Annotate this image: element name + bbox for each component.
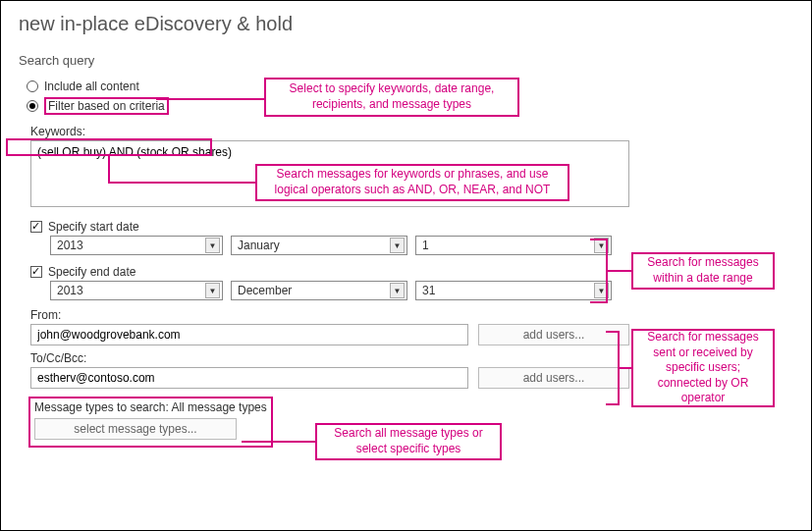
keywords-label: Keywords: xyxy=(30,125,811,138)
radio-icon xyxy=(27,80,38,92)
chevron-down-icon: ▼ xyxy=(205,238,220,253)
select-value: 31 xyxy=(422,284,435,297)
select-value: December xyxy=(238,284,292,297)
radio-label: Include all content xyxy=(44,80,139,93)
message-types-section: Message types to search: All message typ… xyxy=(28,397,273,448)
page-title: new in-place eDiscovery & hold xyxy=(1,1,811,35)
start-day-select[interactable]: 1 ▼ xyxy=(415,236,612,255)
callout-filter: Select to specify keywords, date range, … xyxy=(264,78,519,117)
checkbox-label: Specify start date xyxy=(48,220,139,234)
radio-label-highlighted: Filter based on criteria xyxy=(44,97,169,115)
chevron-down-icon: ▼ xyxy=(205,283,220,298)
start-month-select[interactable]: January ▼ xyxy=(231,236,407,255)
end-year-select[interactable]: 2013 ▼ xyxy=(50,281,223,300)
select-value: 1 xyxy=(422,239,429,252)
callout-date-range: Search for messages within a date range xyxy=(631,252,775,290)
to-input[interactable] xyxy=(30,367,468,389)
message-types-label: Message types to search: All message typ… xyxy=(34,400,267,414)
callout-users: Search for messages sent or received by … xyxy=(631,329,775,407)
select-value: 2013 xyxy=(57,284,83,297)
chevron-down-icon: ▼ xyxy=(390,238,405,253)
select-message-types-button[interactable]: select message types... xyxy=(34,418,237,440)
callout-message-types: Search all message types or select speci… xyxy=(315,423,502,460)
users-bracket xyxy=(606,331,620,405)
section-title: Search query xyxy=(1,35,811,72)
end-month-select[interactable]: December ▼ xyxy=(231,281,407,300)
select-value: 2013 xyxy=(57,239,83,252)
chevron-down-icon: ▼ xyxy=(390,283,405,298)
callout-keywords: Search messages for keywords or phrases,… xyxy=(255,164,569,201)
select-value: January xyxy=(238,239,280,252)
radio-icon xyxy=(27,100,38,112)
specify-start-date[interactable]: Specify start date xyxy=(30,220,811,234)
checkbox-label: Specify end date xyxy=(48,265,135,279)
checkbox-icon xyxy=(30,266,42,278)
from-label: From: xyxy=(30,308,811,322)
end-day-select[interactable]: 31 ▼ xyxy=(415,281,612,300)
date-bracket xyxy=(590,239,608,303)
start-year-select[interactable]: 2013 ▼ xyxy=(50,236,223,255)
checkbox-icon xyxy=(30,221,42,233)
from-input[interactable] xyxy=(30,324,468,345)
